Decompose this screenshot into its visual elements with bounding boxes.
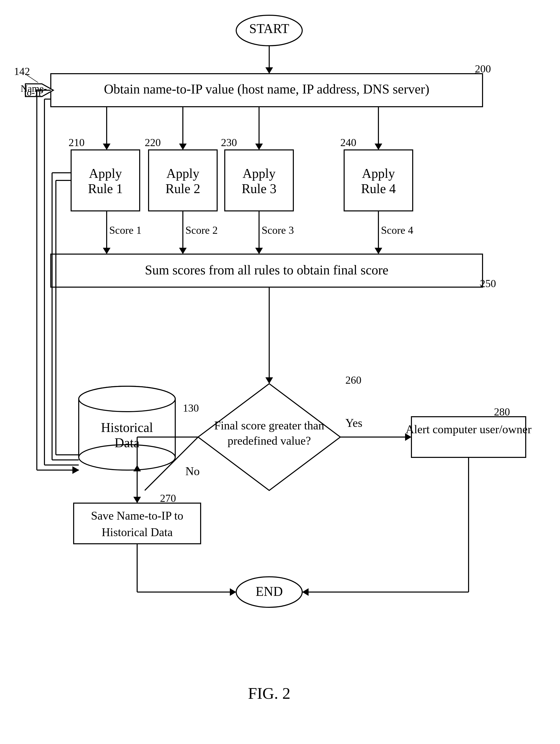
ref-280: 280 <box>494 406 510 418</box>
yes-label: Yes <box>346 416 362 430</box>
decision-label1: Final score greater than <box>214 419 324 432</box>
end-label: END <box>256 584 283 599</box>
historical-label2: Data <box>115 436 139 450</box>
decision-label2: predefined value? <box>228 434 311 447</box>
no-label: No <box>186 465 200 478</box>
name-to-ip-label2: to-IP <box>24 87 43 98</box>
score3-label: Score 3 <box>262 224 294 236</box>
rule3-label2: Rule 3 <box>242 181 276 196</box>
score4-label: Score 4 <box>381 224 413 236</box>
ref-250: 250 <box>480 278 496 289</box>
ref-240: 240 <box>340 137 356 148</box>
ref-270: 270 <box>160 492 176 504</box>
score1-label: Score 1 <box>109 224 142 236</box>
fig-label: FIG. 2 <box>248 684 290 702</box>
svg-point-37 <box>79 386 175 412</box>
rule1-label: Apply <box>89 166 122 181</box>
rule4-label: Apply <box>362 166 395 181</box>
obtain-label: Obtain name-to-IP value (host name, IP a… <box>104 82 429 97</box>
rule2-label: Apply <box>166 166 199 181</box>
ref-210: 210 <box>69 137 85 148</box>
ref-220: 220 <box>145 137 161 148</box>
save-label1: Save Name-to-IP to <box>91 509 184 522</box>
ref-200: 200 <box>475 63 491 75</box>
svg-rect-0 <box>0 0 560 744</box>
rule4-label2: Rule 4 <box>361 181 396 196</box>
diagram-container: START Obtain name-to-IP value (host name… <box>0 0 560 744</box>
alert-label1: Alert computer user/owner <box>406 423 531 436</box>
start-label: START <box>249 21 289 36</box>
score2-label: Score 2 <box>186 224 218 236</box>
historical-label1: Historical <box>101 420 153 435</box>
sum-label: Sum scores from all rules to obtain fina… <box>145 263 389 277</box>
ref-260: 260 <box>346 374 361 386</box>
ref-230: 230 <box>221 137 237 148</box>
rule2-label2: Rule 2 <box>165 181 200 196</box>
rule1-label2: Rule 1 <box>88 181 123 196</box>
save-label2: Historical Data <box>102 526 173 539</box>
rule3-label: Apply <box>243 166 276 181</box>
ref-130: 130 <box>183 402 199 414</box>
